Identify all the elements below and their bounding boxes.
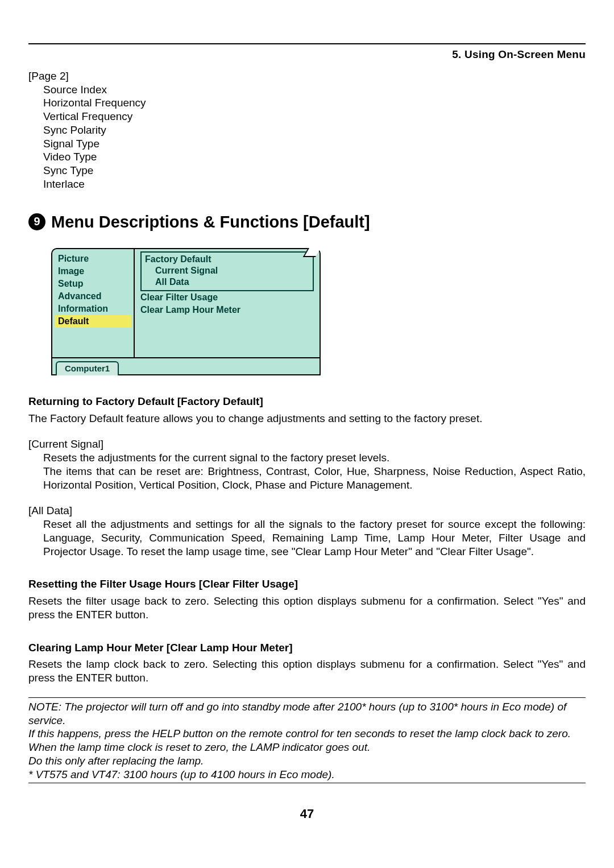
list-item: Interlace bbox=[43, 177, 586, 191]
note-block: NOTE: The projector will turn off and go… bbox=[28, 697, 586, 784]
definition-text: Resets the adjustments for the current s… bbox=[43, 451, 586, 465]
osd-nav: Picture Image Setup Advanced Information… bbox=[52, 249, 135, 357]
list-item: Sync Polarity bbox=[43, 123, 586, 137]
note-line: When the lamp time clock is reset to zer… bbox=[28, 741, 586, 754]
page2-header: [Page 2] bbox=[28, 69, 586, 83]
current-signal-item[interactable]: Current Signal bbox=[155, 265, 309, 276]
nav-image[interactable]: Image bbox=[55, 265, 131, 278]
list-item: Vertical Frequency bbox=[43, 110, 586, 123]
clear-lamp-hour-item[interactable]: Clear Lamp Hour Meter bbox=[140, 304, 314, 316]
paragraph: Resets the filter usage back to zero. Se… bbox=[28, 594, 586, 622]
heading-clear-filter: Resetting the Filter Usage Hours [Clear … bbox=[28, 577, 586, 591]
nav-setup[interactable]: Setup bbox=[55, 278, 131, 290]
clear-filter-usage-item[interactable]: Clear Filter Usage bbox=[140, 291, 314, 304]
list-item: Video Type bbox=[43, 150, 586, 164]
nav-picture[interactable]: Picture bbox=[55, 253, 131, 265]
heading-factory-default: Returning to Factory Default [Factory De… bbox=[28, 395, 586, 408]
nav-advanced[interactable]: Advanced bbox=[55, 290, 131, 303]
nav-information[interactable]: Information bbox=[55, 303, 131, 315]
osd-menu: Picture Image Setup Advanced Information… bbox=[51, 248, 321, 375]
osd-tabbar: Computer1 bbox=[52, 357, 320, 374]
note-line: Do this only after replacing the lamp. bbox=[28, 754, 586, 768]
term-all-data: [All Data] bbox=[28, 504, 586, 518]
definition-text: The items that can be reset are: Brightn… bbox=[43, 465, 586, 492]
nav-default[interactable]: Default bbox=[55, 315, 131, 328]
factory-default-head[interactable]: Factory Default bbox=[145, 254, 309, 265]
all-data-item[interactable]: All Data bbox=[155, 276, 309, 288]
paragraph: Resets the lamp clock back to zero. Sele… bbox=[28, 658, 586, 685]
list-item: Signal Type bbox=[43, 137, 586, 151]
note-line: * VT575 and VT47: 3100 hours (up to 4100… bbox=[28, 768, 586, 782]
osd-panel: Factory Default Current Signal All Data … bbox=[135, 249, 320, 357]
top-rule bbox=[28, 43, 586, 44]
manual-page: 5. Using On-Screen Menu [Page 2] Source … bbox=[0, 0, 614, 868]
page2-list: [Page 2] Source Index Horizontal Frequen… bbox=[28, 69, 586, 191]
chapter-heading: 5. Using On-Screen Menu bbox=[28, 48, 586, 61]
definition-text: Reset all the adjustments and settings f… bbox=[43, 518, 586, 558]
note-line: NOTE: The projector will turn off and go… bbox=[28, 700, 586, 728]
term-current-signal: [Current Signal] bbox=[28, 437, 586, 451]
section-title: 9 Menu Descriptions & Functions [Default… bbox=[28, 212, 586, 232]
list-item: Sync Type bbox=[43, 164, 586, 177]
section-title-text: Menu Descriptions & Functions [Default] bbox=[51, 212, 370, 232]
section-number-icon: 9 bbox=[28, 213, 45, 230]
page-number: 47 bbox=[0, 806, 614, 822]
source-tab[interactable]: Computer1 bbox=[56, 361, 119, 375]
list-item: Horizontal Frequency bbox=[43, 96, 586, 110]
factory-default-group: Factory Default Current Signal All Data bbox=[140, 251, 314, 291]
list-item: Source Index bbox=[43, 83, 586, 97]
paragraph: The Factory Default feature allows you t… bbox=[28, 412, 586, 425]
note-line: If this happens, press the HELP button o… bbox=[28, 727, 586, 741]
heading-clear-lamp: Clearing Lamp Hour Meter [Clear Lamp Hou… bbox=[28, 641, 586, 655]
